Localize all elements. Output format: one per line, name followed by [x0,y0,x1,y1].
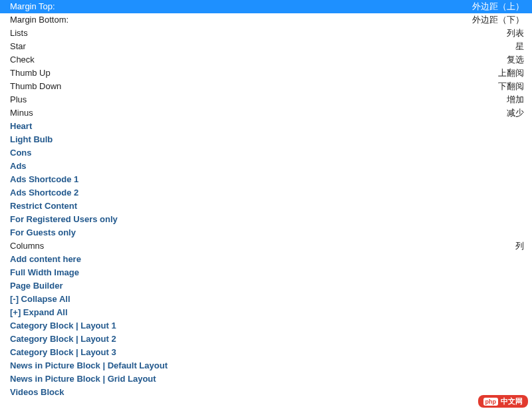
source-text: Check [10,53,507,67]
list-item[interactable]: [+] Expand All [0,306,532,319]
source-text: Heart [10,120,524,133]
target-text: 外边距（上） [472,0,524,13]
list-item[interactable]: Cons [0,146,532,160]
list-item[interactable]: Ads [0,160,532,173]
list-item[interactable]: For Guests only [0,226,532,239]
source-text: Ads [10,160,524,173]
source-text: Star [10,40,515,53]
watermark-tag: php [483,398,499,406]
list-item[interactable]: News in Picture Block | Grid Layout [0,372,532,386]
target-text: 下翻阅 [498,80,524,93]
list-item[interactable]: Ads Shortcode 1 [0,173,532,186]
list-item[interactable]: Check复选 [0,53,532,67]
source-text: [+] Expand All [10,306,524,319]
source-text: Full Width Image [10,266,524,279]
source-text: Columns [10,239,515,253]
source-text: Margin Bottom: [10,13,472,27]
source-text: [-] Collapse All [10,293,524,306]
list-item[interactable]: Full Width Image [0,266,532,279]
list-item[interactable]: Ads Shortcode 2 [0,186,532,200]
list-item[interactable]: Restrict Content [0,200,532,213]
list-item[interactable]: News in Picture Block | Default Layout [0,359,532,372]
list-item[interactable]: Thumb Down下翻阅 [0,80,532,93]
source-text: Minus [10,106,507,120]
list-item[interactable]: Lists列表 [0,27,532,40]
source-text: Videos Block [10,386,524,399]
list-item[interactable]: Category Block | Layout 1 [0,319,532,333]
list-item[interactable]: Columns列 [0,239,532,253]
target-text: 减少 [507,106,524,120]
source-text: Cons [10,146,524,160]
source-text: Thumb Down [10,80,498,93]
target-text: 复选 [507,53,524,67]
source-text: Margin Top: [10,0,472,13]
source-text: Ads Shortcode 2 [10,186,524,200]
source-text: Category Block | Layout 1 [10,319,524,333]
source-text: Ads Shortcode 1 [10,173,524,186]
source-text: Add content here [10,253,524,266]
target-text: 列 [515,239,524,253]
source-text: Thumb Up [10,67,498,80]
list-item[interactable]: Category Block | Layout 2 [0,333,532,346]
source-text: News in Picture Block | Default Layout [10,359,524,372]
source-text: Restrict Content [10,200,524,213]
list-item[interactable]: Thumb Up上翻阅 [0,67,532,80]
source-text: Category Block | Layout 2 [10,333,524,346]
source-text: Plus [10,93,507,106]
list-item[interactable]: Plus增加 [0,93,532,106]
list-item[interactable]: Add content here [0,253,532,266]
source-text: For Registered Users only [10,213,524,226]
list-item[interactable]: Light Bulb [0,133,532,146]
watermark-text: 中文网 [501,396,523,406]
source-text: News in Picture Block | Grid Layout [10,372,524,386]
list-item[interactable]: Page Builder [0,279,532,293]
target-text: 上翻阅 [498,67,524,80]
target-text: 增加 [507,93,524,106]
target-text: 外边距（下） [472,13,524,27]
list-item[interactable]: Margin Top:外边距（上） [0,0,532,13]
list-item[interactable]: Heart [0,120,532,133]
target-text: 列表 [507,27,524,40]
list-item[interactable]: Minus减少 [0,106,532,120]
translation-list: Margin Top:外边距（上）Margin Bottom:外边距（下）Lis… [0,0,532,399]
source-text: Light Bulb [10,133,524,146]
list-item[interactable]: Margin Bottom:外边距（下） [0,13,532,27]
watermark-badge: php 中文网 [478,395,529,408]
source-text: Category Block | Layout 3 [10,346,524,359]
target-text: 星 [515,40,524,53]
list-item[interactable]: Videos Block [0,386,532,399]
list-item[interactable]: Category Block | Layout 3 [0,346,532,359]
source-text: For Guests only [10,226,524,239]
list-item[interactable]: [-] Collapse All [0,293,532,306]
source-text: Page Builder [10,279,524,293]
list-item[interactable]: For Registered Users only [0,213,532,226]
list-item[interactable]: Star星 [0,40,532,53]
source-text: Lists [10,27,507,40]
